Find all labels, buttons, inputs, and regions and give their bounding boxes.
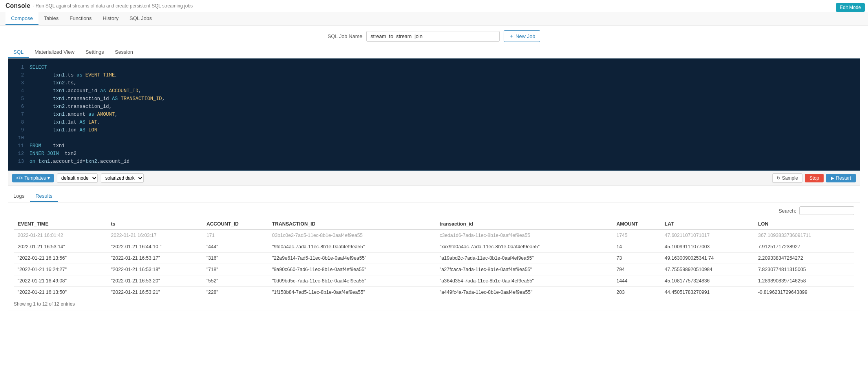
- inner-tab-sql[interactable]: SQL: [8, 47, 29, 58]
- nav-tab-history[interactable]: History: [97, 12, 124, 25]
- inner-tab-session[interactable]: Session: [110, 47, 139, 58]
- app-header: Console - Run SQL against streams of dat…: [0, 0, 868, 12]
- code-line-3: 3 txn2.ts,: [8, 79, 860, 87]
- table-cell: "228": [203, 287, 268, 298]
- nav-tab-functions[interactable]: Functions: [64, 12, 97, 25]
- table-cell: "a449fc4a-7ada-11ec-8b1e-0aaf4ef9ea55": [436, 287, 613, 298]
- table-row: "2022-01-21 16:49:08""2022-01-21 16:53:2…: [14, 275, 854, 287]
- table-cell: 1.2898908397146258: [754, 275, 854, 287]
- code-line-9: 9 txn1.lon AS LON: [8, 126, 860, 134]
- table-cell: "9fd0a4ac-7ada-11ec-8b1e-0aaf4ef9ea55": [268, 241, 436, 253]
- col-header-ts: ts: [107, 219, 203, 229]
- result-tab-logs[interactable]: Logs: [8, 191, 30, 202]
- editor-toolbar: </> Templates ▾ default mode vim mode em…: [8, 171, 860, 186]
- code-line-5: 5 txn1.transaction_id AS TRANSACTION_ID,: [8, 95, 860, 103]
- col-header-lon: LON: [754, 219, 854, 229]
- col-header-event-time: EVENT_TIME: [14, 219, 107, 229]
- table-cell: "a19abd2c-7ada-11ec-8b1e-0aaf4ef9ea55": [436, 253, 613, 264]
- col-header-transaction-id2: transaction_id: [436, 219, 613, 229]
- table-row: 2022-01-21 16:53:14""2022-01-21 16:44:10…: [14, 241, 854, 253]
- search-row: Search:: [14, 206, 854, 215]
- code-line-7: 7 txn1.amount as AMOUNT,: [8, 111, 860, 118]
- table-cell: "xxx9fd0a4ac-7ada-11ec-8b1e-0aaf4ef9ea55…: [436, 241, 613, 253]
- job-name-row: SQL Job Name ＋ New Job: [8, 30, 860, 42]
- table-cell: "a364d354-7ada-11ec-8b1e-0aaf4ef9ea55": [436, 275, 613, 287]
- job-name-input[interactable]: [366, 31, 500, 42]
- table-cell: c3eda1d6-7ada-11ec-8b1e-0aaf4ef9ea55: [436, 229, 613, 241]
- table-cell: "2022-01-21 16:53:17": [107, 253, 203, 264]
- play-icon: ▶: [831, 175, 834, 181]
- table-cell: 203: [612, 287, 661, 298]
- nav-tab-tables[interactable]: Tables: [38, 12, 64, 25]
- code-icon: </>: [16, 175, 23, 181]
- code-line-8: 8 txn1.lat AS LAT,: [8, 118, 860, 126]
- table-cell: "2022-01-21 16:13:50": [14, 287, 107, 298]
- mode-select[interactable]: default mode vim mode emacs mode: [57, 173, 98, 183]
- table-cell: 7.91251717238927: [754, 241, 854, 253]
- table-cell: "2022-01-21 16:24:27": [14, 264, 107, 275]
- table-cell: 1444: [612, 275, 661, 287]
- table-cell: 171: [203, 229, 268, 241]
- col-header-lat: LAT: [661, 219, 754, 229]
- table-cell: "22a9e614-7ad5-11ec-8b1e-0aaf4ef9ea55": [268, 253, 436, 264]
- table-cell: "1f158b84-7ad5-11ec-8b1e-0aaf4ef9ea55": [268, 287, 436, 298]
- data-table: EVENT_TIME ts ACCOUNT_ID TRANSACTION_ID …: [14, 219, 854, 298]
- templates-button[interactable]: </> Templates ▾: [12, 174, 54, 182]
- sample-button[interactable]: ↻ Sample: [772, 173, 802, 183]
- result-tab-results[interactable]: Results: [30, 191, 58, 202]
- code-line-6: 6 txn2.transaction_id,: [8, 103, 860, 111]
- table-cell: 2022-01-21 16:03:17: [107, 229, 203, 241]
- templates-label: Templates: [24, 175, 46, 181]
- table-cell: "2022-01-21 16:49:08": [14, 275, 107, 287]
- table-cell: "2022-01-21 16:13:56": [14, 253, 107, 264]
- restart-button[interactable]: ▶ Restart: [826, 174, 856, 182]
- code-line-2: 2 txn1.ts as EVENT_TIME,: [8, 71, 860, 79]
- table-cell: 44.45051783270991: [661, 287, 754, 298]
- table-cell: "2022-01-21 16:53:21": [107, 287, 203, 298]
- col-header-transaction-id: TRANSACTION_ID: [268, 219, 436, 229]
- table-cell: 47.755598920510984: [661, 264, 754, 275]
- table-cell: 7.8230774811315005: [754, 264, 854, 275]
- code-line-4: 4 txn1.account_id as ACCOUNT_ID,: [8, 87, 860, 95]
- table-row: "2022-01-21 16:24:27""2022-01-21 16:53:1…: [14, 264, 854, 275]
- table-cell: "a27fcaca-7ada-11ec-8b1e-0aaf4ef9ea55": [436, 264, 613, 275]
- table-cell: 45.10099111077003: [661, 241, 754, 253]
- refresh-icon: ↻: [777, 175, 780, 181]
- table-cell: "444": [203, 241, 268, 253]
- code-line-12: 12 INNER JOIN txn2: [8, 150, 860, 158]
- search-label: Search:: [778, 208, 796, 214]
- code-line-13: 13 on txn1.account_id=txn2.account_id: [8, 158, 860, 166]
- stop-button[interactable]: Stop: [805, 174, 824, 182]
- table-cell: 47.60211071071017: [661, 229, 754, 241]
- app-subtitle: - Run SQL against streams of data and cr…: [33, 3, 193, 9]
- nav-tab-sqljobs[interactable]: SQL Jobs: [124, 12, 157, 25]
- restart-label: Restart: [836, 175, 851, 181]
- result-tabs: Logs Results: [8, 191, 860, 202]
- nav-tabs: Compose Tables Functions History SQL Job…: [0, 12, 868, 25]
- sample-label: Sample: [782, 175, 798, 181]
- table-cell: "2022-01-21 16:53:20": [107, 275, 203, 287]
- job-name-label: SQL Job Name: [328, 33, 362, 39]
- table-cell: "316": [203, 253, 268, 264]
- table-cell: 367.1093833736091711: [754, 229, 854, 241]
- table-row: "2022-01-21 16:13:50""2022-01-21 16:53:2…: [14, 287, 854, 298]
- code-line-11: 11 FROM txn1: [8, 142, 860, 150]
- col-header-amount: AMOUNT: [612, 219, 661, 229]
- table-cell: 03b1c0e2-7ad5-11ec-8b1e-0aaf4ef9ea55: [268, 229, 436, 241]
- inner-tab-materialized-view[interactable]: Materialized View: [29, 47, 80, 58]
- col-header-account-id: ACCOUNT_ID: [203, 219, 268, 229]
- nav-tab-compose[interactable]: Compose: [5, 12, 38, 25]
- table-cell: "718": [203, 264, 268, 275]
- table-row: 2022-01-21 16:01:422022-01-21 16:03:1717…: [14, 229, 854, 241]
- plus-icon: ＋: [509, 33, 514, 40]
- edit-mode-button[interactable]: Edit Mode: [836, 3, 865, 12]
- code-editor[interactable]: 1 SELECT 2 txn1.ts as EVENT_TIME, 3 txn2…: [8, 58, 860, 171]
- theme-select[interactable]: solarized dark monokai github: [101, 173, 144, 183]
- code-line-1: 1 SELECT: [8, 64, 860, 71]
- results-area: Search: EVENT_TIME ts ACCOUNT_ID TRANSAC…: [8, 202, 860, 311]
- new-job-button[interactable]: ＋ New Job: [504, 30, 541, 42]
- inner-tab-settings[interactable]: Settings: [80, 47, 110, 58]
- table-cell: 45.10817757324836: [661, 275, 754, 287]
- search-input[interactable]: [799, 206, 854, 215]
- table-cell: "0d09bd5c-7ada-11ec-8b1e-0aaf4ef9ea55": [268, 275, 436, 287]
